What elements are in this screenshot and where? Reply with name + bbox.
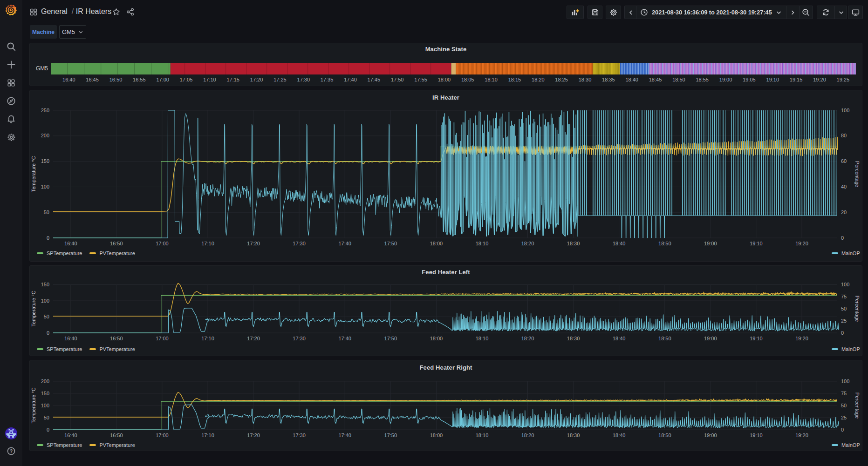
svg-text:Temperature °C: Temperature °C — [31, 387, 36, 423]
svg-text:17:30: 17:30 — [293, 432, 306, 438]
svg-text:19:10: 19:10 — [750, 432, 763, 438]
svg-text:Percentage: Percentage — [854, 392, 860, 419]
svg-text:18:30: 18:30 — [567, 432, 580, 438]
svg-text:18:10: 18:10 — [476, 432, 489, 438]
svg-text:17:10: 17:10 — [201, 432, 214, 438]
svg-text:100: 100 — [41, 403, 49, 408]
svg-text:0: 0 — [47, 427, 49, 432]
svg-text:17:50: 17:50 — [384, 432, 397, 438]
svg-text:200: 200 — [41, 378, 49, 384]
svg-text:50: 50 — [44, 415, 49, 420]
svg-text:16:50: 16:50 — [110, 432, 123, 438]
svg-text:18:00: 18:00 — [430, 432, 443, 438]
svg-text:75: 75 — [841, 391, 847, 396]
svg-text:18:50: 18:50 — [658, 432, 671, 438]
svg-text:17:20: 17:20 — [247, 432, 260, 438]
svg-text:18:20: 18:20 — [521, 432, 534, 438]
svg-text:25: 25 — [841, 415, 847, 420]
svg-text:100: 100 — [841, 378, 849, 384]
svg-text:0: 0 — [841, 427, 844, 432]
svg-text:50: 50 — [841, 403, 847, 408]
svg-text:19:00: 19:00 — [704, 432, 717, 438]
svg-text:17:40: 17:40 — [338, 432, 351, 438]
svg-text:17:00: 17:00 — [156, 432, 169, 438]
svg-text:18:40: 18:40 — [613, 432, 626, 438]
svg-text:19:20: 19:20 — [795, 432, 808, 438]
svg-text:16:40: 16:40 — [64, 432, 77, 438]
svg-text:150: 150 — [41, 391, 49, 396]
